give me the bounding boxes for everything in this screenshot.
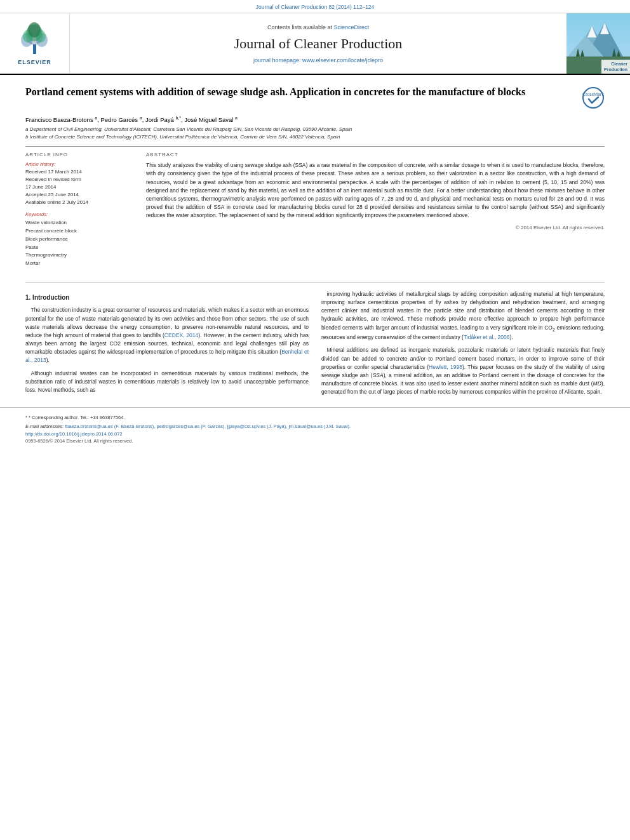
email-label: E-mail addresses: xyxy=(25,423,64,429)
article-title-section: Portland cement systems with addition of… xyxy=(25,85,605,110)
keyword-3: Block performance xyxy=(25,236,133,244)
article-history-label: Article history: xyxy=(25,161,133,167)
body-col-left: 1. Introduction The construction industr… xyxy=(25,290,309,401)
keywords-section: Keywords: Waste valorization Precast con… xyxy=(25,211,133,268)
sciencedirect-link[interactable]: ScienceDirect xyxy=(334,24,370,30)
svg-point-7 xyxy=(28,22,41,37)
corresponding-note: * * Corresponding author. Tel.: +34 9638… xyxy=(25,414,605,421)
email-line: E-mail addresses: fbaeza.brotons@ua.es (… xyxy=(25,423,605,430)
article-info-heading: ARTICLE INFO xyxy=(25,152,133,157)
body-col-right: improving hydraulic activities of metall… xyxy=(321,290,605,401)
article-content: Portland cement systems with addition of… xyxy=(0,75,630,274)
elsevier-tree-icon xyxy=(17,22,52,57)
affiliation-b: b Institute of Concrete Science and Tech… xyxy=(25,133,605,141)
crossmark-badge[interactable]: CrossMark xyxy=(582,86,605,110)
section1-heading: 1. Introduction xyxy=(25,293,309,303)
svg-line-22 xyxy=(592,97,598,103)
author-jordi: Jordi Payá b,*, xyxy=(145,116,183,123)
elsevier-logo: ELSEVIER xyxy=(17,22,52,65)
contents-text: Contents lists available at xyxy=(267,24,332,30)
ref-hewlett[interactable]: Hewlett, 1998 xyxy=(429,364,462,370)
star-symbol: * xyxy=(25,415,27,420)
keyword-6: Mortar xyxy=(25,260,133,268)
page: Journal of Cleaner Production 82 (2014) … xyxy=(0,0,630,840)
abstract-heading: ABSTRACT xyxy=(146,152,605,157)
ref-cedex[interactable]: CEDEX, 2014 xyxy=(164,332,198,338)
date-accepted: Accepted 25 June 2014 xyxy=(25,191,133,199)
crossmark-icon: CrossMark xyxy=(582,86,605,109)
journal-title: Journal of Cleaner Production xyxy=(234,36,403,52)
cleaner-production-cover: Cleaner Production xyxy=(566,13,630,74)
keywords-label: Keywords: xyxy=(25,211,133,217)
issn-line: 0959-6526/© 2014 Elsevier Ltd. All right… xyxy=(25,438,605,444)
keyword-2: Precast concrete block xyxy=(25,227,133,236)
date-online: Available online 2 July 2014 xyxy=(25,199,133,206)
date-received: Received 17 March 2014 xyxy=(25,168,133,176)
svg-rect-0 xyxy=(33,44,36,54)
intro-para-4: Mineral additions are defined as inorgan… xyxy=(321,346,605,396)
authors-line: Francisco Baeza-Brotons a, Pedro Garcés … xyxy=(25,116,605,123)
elsevier-brand-text: ELSEVIER xyxy=(18,59,51,65)
journal-header-center: Contents lists available at ScienceDirec… xyxy=(70,13,566,74)
journal-header: ELSEVIER Contents lists available at Sci… xyxy=(0,13,630,75)
journal-citation: Journal of Cleaner Production 82 (2014) … xyxy=(256,4,375,10)
doi-line[interactable]: http://dx.doi.org/10.1016/j.jclepro.2014… xyxy=(25,431,605,437)
keyword-4: Paste xyxy=(25,244,133,252)
intro-para-1: The construction industry is a great con… xyxy=(25,306,309,364)
ref-tidaker[interactable]: Tidåker et al., 2006 xyxy=(464,334,509,340)
affiliations: a Department of Civil Engineering, Unive… xyxy=(25,126,605,141)
intro-para-3: improving hydraulic activities of metall… xyxy=(321,290,605,342)
article-history: Article history: Received 17 March 2014 … xyxy=(25,161,133,206)
affiliation-a: a Department of Civil Engineering, Unive… xyxy=(25,126,605,133)
keyword-1: Waste valorization xyxy=(25,219,133,227)
author-francisco: Francisco Baeza-Brotons a, xyxy=(25,116,99,123)
section-divider xyxy=(25,282,605,283)
date-revised: 17 June 2014 xyxy=(25,183,133,191)
author-jose: José Miguel Saval a xyxy=(184,116,238,123)
copyright-line: © 2014 Elsevier Ltd. All rights reserved… xyxy=(146,225,605,230)
article-info: ARTICLE INFO Article history: Received 1… xyxy=(25,152,133,268)
cleaner-production-label: Cleaner Production xyxy=(601,60,630,74)
svg-point-19 xyxy=(583,88,603,108)
ref-benhelal[interactable]: Benhelal et al., 2013 xyxy=(25,349,309,363)
sciencedirect-line: Contents lists available at ScienceDirec… xyxy=(267,24,369,30)
journal-citation-bar: Journal of Cleaner Production 82 (2014) … xyxy=(0,0,630,13)
body-columns: 1. Introduction The construction industr… xyxy=(0,290,630,401)
keyword-5: Thermogravimetry xyxy=(25,251,133,260)
info-abstract-section: ARTICLE INFO Article history: Received 1… xyxy=(25,146,605,268)
abstract-section: ABSTRACT This study analyzes the viabili… xyxy=(146,152,605,268)
date-revised-label: Received in revised form xyxy=(25,176,133,183)
email-addresses[interactable]: fbaeza.brotons@ua.es (F. Baeza-Brotons),… xyxy=(65,423,351,429)
article-title-text: Portland cement systems with addition of… xyxy=(25,85,575,99)
intro-para-2: Although industrial wastes can be incorp… xyxy=(25,370,309,395)
abstract-text: This study analyzes the viability of usi… xyxy=(146,161,605,220)
article-title: Portland cement systems with addition of… xyxy=(25,85,575,99)
author-pedro: Pedro Garcés a, xyxy=(100,116,144,123)
footer: * * Corresponding author. Tel.: +34 9638… xyxy=(0,407,630,448)
elsevier-logo-area: ELSEVIER xyxy=(0,13,70,74)
journal-cover-image: Cleaner Production xyxy=(566,13,630,74)
homepage-line[interactable]: journal homepage: www.elsevier.com/locat… xyxy=(253,57,383,63)
svg-text:CrossMark: CrossMark xyxy=(582,92,604,97)
